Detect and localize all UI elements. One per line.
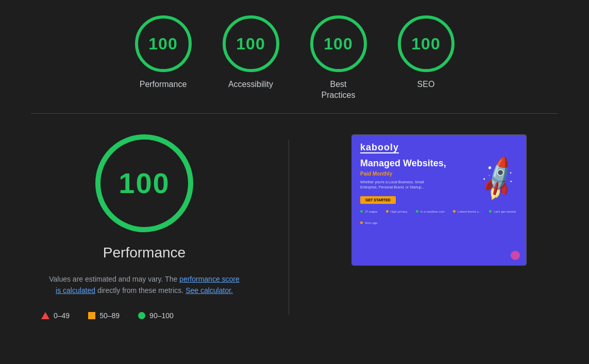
legend-poor: 0–49 [41,311,70,320]
legend-average-range: 50–89 [99,311,120,320]
main-content: 100 Performance Values are estimated and… [0,114,589,341]
score-description: Values are estimated and may vary. The p… [49,273,240,297]
score-item-seo: 100SEO [398,15,455,101]
score-circle: 100 [310,15,367,72]
big-score-label: Performance [103,245,186,261]
preview-features: 27 pages High privacy In a sandbox.com L… [360,210,518,224]
big-score-circle: 100 [95,134,193,232]
calculator-link[interactable]: See calculator. [186,286,233,294]
score-label: Accessibility [228,79,273,90]
description-text: Values are estimated and may vary. The [49,275,179,283]
feature-5: Let's get started [489,210,516,213]
dot-icon [360,210,363,213]
triangle-icon [41,312,49,319]
preview-desc: Whether you're a Local Business, SmallEn… [360,180,443,190]
dot-icon [360,221,363,224]
dot-icon [416,210,418,213]
vertical-divider [289,140,289,315]
legend-poor-range: 0–49 [54,311,70,320]
legend-good: 90–100 [138,311,174,320]
feature-3: In a sandbox.com [416,210,445,213]
score-item-performance: 100Performance [135,15,192,101]
score-legend: 0–49 50–89 90–100 [41,311,247,320]
feature-1: 27 pages [360,210,378,213]
preview-cta-button[interactable]: GET STARTED [360,196,396,204]
big-score-value: 100 [119,166,170,200]
feature-2: High privacy [386,210,408,213]
feature-4: Linked theme v... [453,210,481,213]
website-preview: kabooly Managed Websites, Paid Monthly W… [351,134,527,266]
dot-icon [489,210,492,213]
dot-icon [453,210,456,213]
description-after: directly from these metrics. [95,286,186,294]
logo-text: kabooly [360,142,399,153]
legend-average: 50–89 [88,311,120,320]
preview-decoration-circle [511,251,520,260]
score-circle: 100 [135,15,192,72]
score-circle: 100 [398,15,455,72]
score-item-accessibility: 100Accessibility [223,15,279,101]
score-label: SEO [417,79,435,90]
right-panel: kabooly Managed Websites, Paid Monthly W… [330,134,548,266]
score-label: Performance [140,79,187,90]
score-label: BestPractices [322,79,356,101]
score-value: 100 [324,34,352,54]
top-scores-section: 100Performance100Accessibility100BestPra… [0,0,589,113]
preview-logo: kabooly [360,142,518,153]
square-icon [88,312,95,319]
circle-icon [138,312,145,319]
score-value: 100 [411,34,440,54]
preview-inner: kabooly Managed Websites, Paid Monthly W… [352,135,526,265]
score-circle: 100 [223,15,279,72]
feature-6: 5min ago [360,221,378,224]
score-value: 100 [148,34,177,54]
dot-icon [386,210,389,213]
score-item-best-practices: 100BestPractices [310,15,367,101]
legend-good-range: 90–100 [149,311,174,320]
score-value: 100 [236,34,265,54]
left-panel: 100 Performance Values are estimated and… [41,134,247,320]
